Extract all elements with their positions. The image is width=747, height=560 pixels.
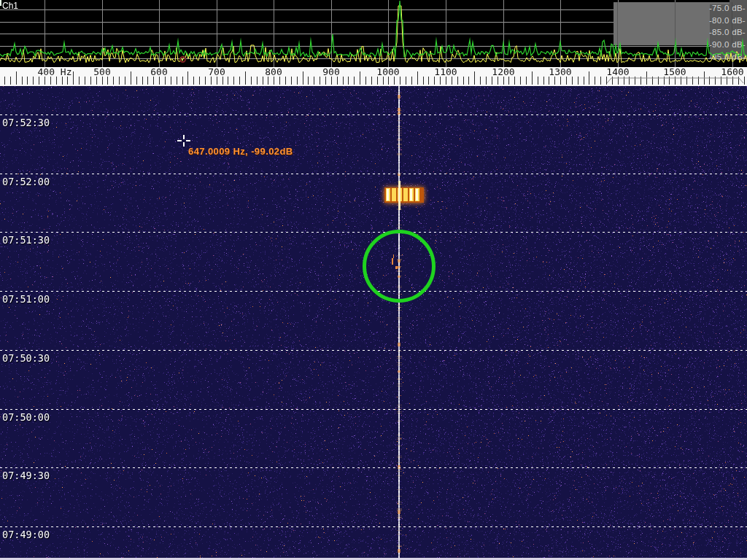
time-label: 07:49:30 [2,470,50,481]
signal-highlight-circle [363,230,436,303]
spectrum-pane[interactable]: -75.0 dB--80.0 dB--85.0 dB--90.0 dB--95.… [0,0,747,67]
time-gridline [0,174,747,174]
crosshair-cursor [183,142,185,147]
time-label: 07:52:00 [2,176,50,187]
spectrum-lab-window: -75.0 dB--80.0 dB--85.0 dB--90.0 dB--95.… [0,0,747,560]
corner-tick [0,0,1,6]
channel-label: Ch1 [2,1,18,11]
frequency-scale[interactable]: 400 Hz5006007008009001000110012001300140… [0,67,747,86]
time-label: 07:51:00 [2,293,50,305]
time-label: 07:50:30 [2,352,50,364]
time-gridline [0,467,747,468]
time-gridline [0,526,747,527]
panel-gridline [617,2,618,45]
cursor-readout: 647.0009 Hz, -99.02dB [188,146,293,157]
time-label: 07:50:00 [2,411,50,423]
time-gridline [0,350,747,351]
spectrum-trace-canvas [0,0,747,67]
time-label: 07:51:30 [2,234,50,246]
crosshair-cursor [177,140,182,141]
time-gridline [0,114,747,115]
crosshair-cursor [183,135,185,139]
panel-gridline [675,2,676,45]
spectrum-cursor-marker [179,56,186,63]
waterfall-canvas [0,86,747,558]
time-label: 07:49:00 [2,529,50,540]
crosshair-cursor [186,140,190,141]
time-gridline [0,409,747,410]
waterfall-pane[interactable]: 07:52:3007:52:0007:51:3007:51:0007:50:30… [0,86,747,558]
time-label: 07:52:30 [2,117,50,128]
range-bracket [0,67,747,86]
panel-gridline [732,2,732,45]
time-gridline [0,232,747,233]
